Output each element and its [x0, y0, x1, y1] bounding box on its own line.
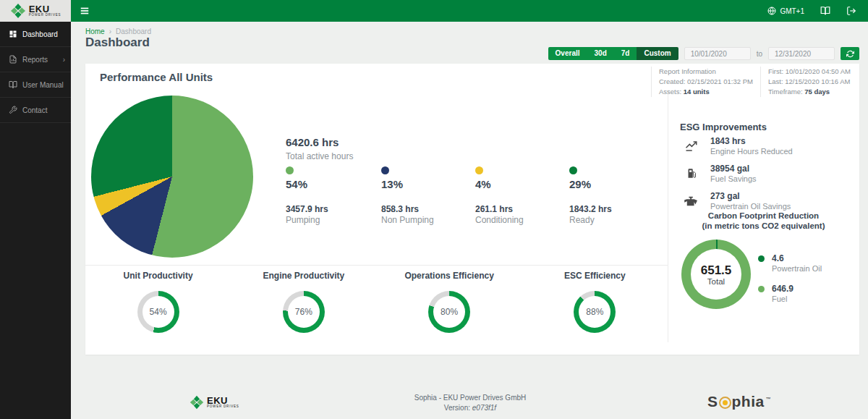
- range-button-custom[interactable]: Custom: [637, 47, 678, 60]
- report-assets: Assets: 14 units: [659, 87, 753, 97]
- legend-item-non-pumping: 13% 858.3 hrs Non Pumping: [381, 166, 472, 225]
- performance-title: Performance All Units: [100, 71, 213, 83]
- gauge-operations-efficiency: Operations Efficiency 80%: [377, 271, 522, 333]
- refresh-button[interactable]: [841, 47, 859, 60]
- date-from-input[interactable]: [684, 47, 751, 60]
- sophia-orbit-icon: [719, 397, 731, 409]
- filter-bar: Overall 30d 7d Custom to: [548, 47, 859, 60]
- legend-item-ready: 29% 1843.2 hrs Ready: [569, 166, 660, 225]
- content-area: Home › Dashboard Dashboard Overall 30d 7…: [71, 22, 868, 419]
- eku-logo-icon: [10, 3, 26, 19]
- legend-percent: 4%: [475, 178, 566, 190]
- sophia-logo: S phia ™: [707, 393, 771, 410]
- esg-title: ESG Improvements: [680, 122, 767, 132]
- gauge-ring: 88%: [574, 291, 616, 333]
- legend-item-conditioning: 4% 261.1 hrs Conditioning: [475, 166, 566, 225]
- esg-list: 1843 hrs Engine Hours Reduced 38954 gal …: [683, 136, 793, 211]
- carbon-legend-fuel: 646.9 Fuel: [758, 284, 822, 303]
- carbon-legend-powertrain-oil: 4.6 Powertrain Oil: [758, 253, 822, 273]
- timezone-label: GMT+1: [780, 7, 804, 15]
- sidebar-item-contact[interactable]: Contact: [0, 98, 71, 123]
- gauge-engine-productivity: Engine Productivity 76%: [231, 271, 376, 333]
- sidebar-item-user-manual[interactable]: User Manual: [0, 72, 71, 98]
- sidebar: Dashboard Reports › User Manual Contact: [0, 22, 71, 419]
- refresh-icon: [846, 50, 854, 58]
- breadcrumb-separator: ›: [109, 27, 111, 35]
- brand-logo: EKU POWER DRIVES: [0, 0, 71, 22]
- sidebar-item-dashboard[interactable]: Dashboard: [0, 22, 71, 47]
- report-created: Created: 02/15/2021 01:32 PM: [659, 77, 753, 87]
- gauge-ring: 54%: [137, 291, 179, 333]
- gauge-label: Operations Efficiency: [404, 271, 493, 281]
- esg-value: 1843 hrs: [710, 136, 793, 146]
- top-navbar: EKU POWER DRIVES GMT+1: [0, 0, 868, 22]
- legend-percent: 54%: [286, 178, 376, 190]
- total-active-hours: 6420.6 hrs Total active hours: [286, 136, 353, 161]
- legend-dot: [475, 166, 483, 174]
- user-manual-icon: [9, 80, 17, 89]
- legend-label: Ready: [569, 215, 660, 225]
- footer-version-hash: e073f1f: [472, 404, 496, 412]
- range-button-7d[interactable]: 7d: [614, 47, 637, 60]
- footer-brand-text: EKU POWER DRIVES: [207, 397, 239, 408]
- gauge-unit-productivity: Unit Productivity 54%: [85, 271, 231, 333]
- timezone-indicator[interactable]: GMT+1: [767, 7, 804, 15]
- esg-label: Fuel Savings: [710, 174, 757, 183]
- carbon-legend-value: 4.6: [772, 253, 822, 263]
- breadcrumb-current: Dashboard: [116, 27, 151, 35]
- esg-label: Powertrain Oil Savings: [710, 202, 791, 211]
- gauge-label: ESC Efficiency: [564, 271, 626, 281]
- gauge-ring: 76%: [283, 291, 325, 333]
- manual-icon[interactable]: [820, 6, 830, 16]
- legend-dot: [758, 255, 765, 262]
- horizontal-divider: [85, 265, 668, 266]
- performance-pie-chart: [91, 96, 253, 258]
- sophia-logo-s: S: [707, 393, 718, 410]
- carbon-total-value: 651.5: [701, 263, 732, 278]
- legend-hours: 3457.9 hrs: [286, 204, 376, 214]
- date-range-to-label: to: [757, 50, 762, 58]
- sidebar-item-label: Reports: [22, 56, 48, 64]
- range-button-30d[interactable]: 30d: [587, 47, 614, 60]
- legend-label: Non Pumping: [381, 215, 472, 225]
- carbon-donut-center: 651.5 Total: [691, 249, 741, 300]
- logout-icon[interactable]: [846, 6, 856, 16]
- gauges-row: Unit Productivity 54% Engine Productivit…: [85, 271, 668, 333]
- legend-dot: [381, 166, 389, 174]
- chevron-right-icon: ›: [63, 56, 65, 64]
- legend-label: Conditioning: [475, 215, 566, 225]
- gauge-value: 76%: [288, 296, 320, 328]
- carbon-footprint-title: Carbon Footprint Reduction (in metric to…: [668, 211, 859, 231]
- carbon-legend-value: 646.9: [772, 284, 793, 294]
- sidebar-item-reports[interactable]: Reports ›: [0, 47, 71, 72]
- breadcrumb-home-link[interactable]: Home: [85, 27, 105, 35]
- trend-icon: [683, 140, 700, 153]
- legend-item-pumping: 54% 3457.9 hrs Pumping: [286, 166, 376, 225]
- topbar-actions: GMT+1: [767, 6, 868, 16]
- date-to-input[interactable]: [768, 47, 835, 60]
- wrench-icon: [9, 106, 17, 114]
- eku-logo-icon: [190, 395, 204, 410]
- carbon-donut-legend: 4.6 Powertrain Oil 646.9 Fuel: [758, 253, 822, 303]
- esg-item-fuel-savings: 38954 gal Fuel Savings: [683, 164, 793, 183]
- hamburger-menu-icon[interactable]: [80, 6, 90, 16]
- dashboard-icon: [9, 30, 17, 38]
- legend-dot: [286, 166, 294, 174]
- gauge-value: 80%: [433, 296, 465, 328]
- breadcrumb: Home › Dashboard: [85, 27, 151, 35]
- range-button-overall[interactable]: Overall: [548, 47, 587, 60]
- carbon-total-label: Total: [707, 277, 725, 286]
- legend-percent: 29%: [569, 178, 660, 190]
- carbon-legend-label: Powertrain Oil: [772, 264, 822, 273]
- gauge-esc-efficiency: ESC Efficiency 88%: [522, 271, 668, 333]
- esg-item-oil-savings: 273 gal Powertrain Oil Savings: [683, 191, 793, 211]
- trademark-symbol: ™: [766, 397, 772, 402]
- sidebar-item-label: Contact: [22, 106, 47, 114]
- esg-value: 273 gal: [710, 191, 791, 201]
- report-information: Report Information Created: 02/15/2021 0…: [651, 67, 858, 97]
- legend-label: Pumping: [286, 215, 376, 225]
- esg-label: Engine Hours Reduced: [710, 147, 793, 156]
- footer-company-line: Sophia - EKU Power Drives GmbH: [362, 393, 579, 403]
- reports-icon: [9, 55, 17, 64]
- total-hours-label: Total active hours: [286, 151, 353, 161]
